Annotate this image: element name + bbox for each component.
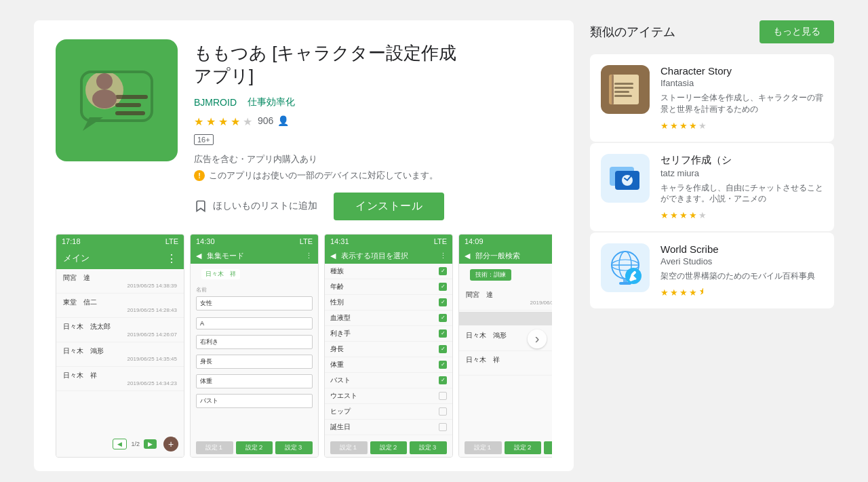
ss3-item-7: 体重✓ [325, 357, 452, 373]
svg-rect-14 [612, 75, 614, 104]
screenshots-row: 17:18LTE メイン⋮ 間宮 達 2019/06/25 14:38:39 東… [56, 234, 552, 458]
card2-developer: tatz miura [660, 168, 823, 178]
star-5: ★ [243, 115, 254, 126]
ss4-title-bar: ◀部分一般検索⋮ [459, 248, 552, 264]
wishlist-button[interactable]: ほしいものリストに追加 [194, 199, 317, 213]
sidebar: 類似のアイテム もっと見る Character Story Ifantasia [590, 20, 834, 471]
card3-info: World Scribe Averi Studios 架空の世界構築のためのモバ… [660, 243, 823, 298]
ss4-item-3: 日々木 祥 2019/06/25 [459, 351, 552, 376]
ss1-status-bar: 17:18LTE [56, 235, 184, 248]
warning-text: このアプリはお使いの一部のデバイスに対応しています。 [209, 169, 438, 182]
ss2-field-4: 身長 [196, 355, 313, 369]
card2-icon [601, 154, 650, 203]
bookmark-icon [194, 199, 208, 213]
card3-stars: ★★★★⯨ [660, 287, 823, 298]
ss3-item-8: バスト✓ [325, 373, 452, 388]
ss3-status-bar: 14:31LTE [325, 235, 452, 248]
screenshot-1: 17:18LTE メイン⋮ 間宮 達 2019/06/25 14:38:39 東… [56, 234, 184, 458]
app-warning: ! このアプリはお使いの一部のデバイスに対応しています。 [194, 169, 552, 182]
app-header: ももつあ [キャラクター設定作成 アプリ] BJMROID 仕事効率化 ★ ★ … [56, 39, 552, 220]
card1-info: Character Story Ifantasia ストーリー全体を作成し、キャ… [660, 65, 823, 131]
ss3-item-1: 種族✓ [325, 264, 452, 279]
similar-card-2[interactable]: セリフ作成（シ tatz miura キャラを作成し、自由にチャットさせることが… [590, 143, 834, 232]
ss1-item-2: 東堂 信二 2019/06/25 14:28:43 [56, 294, 184, 318]
app-icon [56, 39, 178, 161]
card2-name: セリフ作成（シ [660, 154, 823, 167]
ss2-field-3: 右利き [196, 335, 313, 349]
card3-desc: 架空の世界構築のためのモバイル百科事典 [660, 270, 823, 282]
card2-desc: キャラを作成し、自由にチャットさせることができます。小説・アニメの [660, 182, 823, 205]
ss3-item-11: 誕生日 [325, 420, 452, 435]
screenshot-2: 14:30LTE ◀集集モード⋮ 日々木 祥 名前 女性 A 右利き [190, 234, 319, 458]
screenshot-3: 14:31LTE ◀表示する項目を選択⋮ 種族✓ 年齢✓ 性別✓ 血液型✓ 利き… [324, 234, 453, 458]
ss3-title-bar: ◀表示する項目を選択⋮ [325, 248, 452, 264]
age-badge: 16+ [194, 134, 214, 145]
card3-name: World Scribe [660, 243, 823, 255]
app-notice: 広告を含む・アプリ内購入あり [194, 153, 552, 165]
svg-rect-11 [614, 87, 633, 89]
ss4-status-bar: 14:09LTE [459, 235, 552, 248]
star-3: ★ [218, 115, 229, 126]
similar-card-3[interactable]: World Scribe Averi Studios 架空の世界構築のためのモバ… [590, 233, 834, 308]
ss3-item-4: 血液型✓ [325, 310, 452, 326]
ss3-item-5: 利き手✓ [325, 326, 452, 342]
ss3-item-2: 年齢✓ [325, 279, 452, 295]
ss2-label-1: 名前 [191, 285, 318, 294]
star-2: ★ [206, 115, 217, 126]
app-developer[interactable]: BJMROID [194, 97, 237, 108]
card2-info: セリフ作成（シ tatz miura キャラを作成し、自由にチャットさせることが… [660, 154, 823, 221]
star-1: ★ [194, 115, 205, 126]
wishlist-label: ほしいものリストに追加 [213, 200, 317, 212]
ss1-title-bar: メイン⋮ [56, 248, 184, 269]
svg-point-4 [96, 73, 113, 89]
svg-point-5 [92, 89, 117, 108]
rating-count: 906 [258, 115, 273, 126]
app-info: ももつあ [キャラクター設定作成 アプリ] BJMROID 仕事効率化 ★ ★ … [194, 39, 552, 220]
svg-rect-1 [115, 95, 148, 99]
star-4: ★ [231, 115, 241, 126]
ss2-status-bar: 14:30LTE [191, 235, 318, 248]
ss3-item-6: 身長✓ [325, 342, 452, 357]
card1-desc: ストーリー全体を作成し、キャラクターの背景と世界を計画するための [660, 92, 823, 115]
ss3-item-3: 性別✓ [325, 295, 452, 310]
action-row: ほしいものリストに追加 インストール [194, 193, 552, 220]
svg-rect-12 [614, 91, 629, 93]
rating-row: ★ ★ ★ ★ ★ 906 👤 [194, 115, 552, 126]
svg-rect-9 [612, 75, 639, 104]
screenshots-section: 17:18LTE メイン⋮ 間宮 達 2019/06/25 14:38:39 東… [56, 234, 552, 458]
ss1-bottom-nav: ◀ 1/2 ▶ + [56, 431, 184, 457]
ss2-field-5: 体重 [196, 374, 313, 388]
ss2-title-bar: ◀集集モード⋮ [191, 248, 318, 264]
ss1-item-1: 間宮 達 2019/06/25 14:38:39 [56, 269, 184, 294]
ss2-field-6: バスト [196, 394, 313, 408]
card3-icon [601, 243, 650, 292]
ss4-filter-badge: 技術：訓練 [470, 269, 511, 281]
ss1-item-4: 日々木 鴻形 2019/06/25 14:35:45 [56, 342, 184, 367]
card3-developer: Averi Studios [660, 256, 823, 266]
ss2-field-2: A [196, 317, 313, 329]
ss2-tag: 日々木 祥 [201, 269, 240, 279]
app-title: ももつあ [キャラクター設定作成 アプリ] [194, 42, 552, 88]
card2-stars: ★★★★★ [660, 210, 823, 220]
card1-icon [601, 65, 650, 114]
card1-name: Character Story [660, 65, 823, 77]
ss2-label-2 [191, 313, 318, 315]
ss2-field-1: 女性 [196, 296, 313, 310]
ss4-item-1: 間宮 達 2019/06/25 14:38:39 [459, 286, 552, 310]
warning-icon: ! [194, 170, 205, 181]
more-button[interactable]: もっと見る [760, 20, 834, 43]
reviewer-icon: 👤 [277, 115, 289, 126]
svg-rect-2 [115, 103, 141, 107]
svg-rect-3 [115, 111, 145, 115]
stars: ★ ★ ★ ★ ★ [194, 115, 254, 126]
app-category[interactable]: 仕事効率化 [248, 96, 295, 108]
ss3-item-10: ヒップ [325, 404, 452, 420]
scroll-right-button[interactable]: › [528, 329, 547, 348]
card1-stars: ★★★★★ [660, 121, 823, 131]
svg-rect-13 [614, 95, 632, 97]
install-button[interactable]: インストール [334, 193, 444, 220]
similar-card-1[interactable]: Character Story Ifantasia ストーリー全体を作成し、キャ… [590, 54, 834, 142]
sidebar-header: 類似のアイテム もっと見る [590, 20, 834, 43]
ss1-item-5: 日々木 祥 2019/06/25 14:34:23 [56, 367, 184, 391]
card1-developer: Ifantasia [660, 78, 823, 88]
